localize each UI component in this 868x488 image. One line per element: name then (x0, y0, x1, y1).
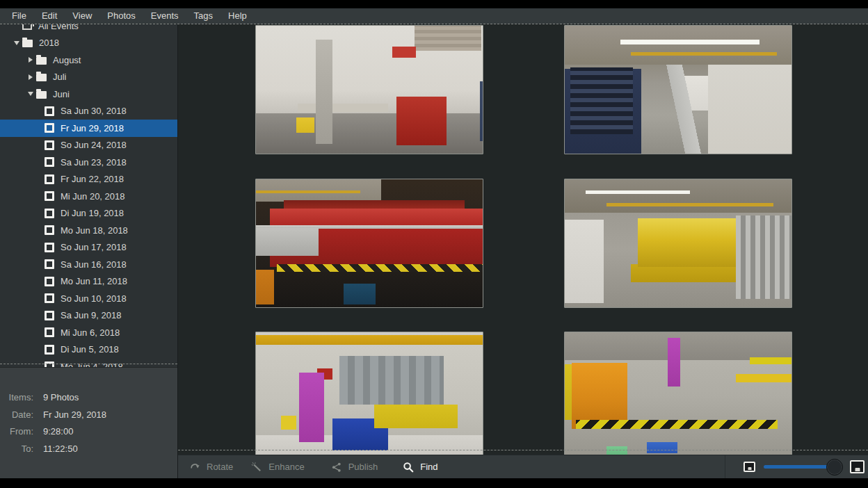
event-info-panel: Items: 9 Photos Date: Fr Jun 29, 2018 Fr… (0, 367, 177, 478)
event-icon (45, 327, 54, 337)
event-icon (45, 277, 54, 286)
enhance-button[interactable]: Enhance (251, 455, 304, 478)
sidebar-item-date[interactable]: Di Jun 19, 2018 (0, 205, 177, 222)
sidebar-item-date[interactable]: So Jun 17, 2018 (0, 239, 177, 257)
all-events-icon (22, 24, 32, 30)
scroll-indicator-bottom (0, 364, 177, 364)
event-icon (45, 174, 54, 184)
items-count: 9 Photos (43, 389, 79, 407)
zoom-slider-handle[interactable] (826, 459, 843, 475)
rotate-button[interactable]: Rotate (189, 455, 233, 478)
sidebar-item-date[interactable]: Sa Jun 16, 2018 (0, 256, 177, 273)
photo-thumbnail-5[interactable] (255, 332, 483, 461)
folder-icon (36, 57, 47, 65)
info-row-from: From: 9:28:00 (0, 423, 177, 441)
sidebar-item-date[interactable]: Mo Jun 18, 2018 (0, 222, 177, 239)
scroll-indicator-bottom (178, 450, 868, 450)
event-icon (45, 123, 54, 133)
event-icon (45, 361, 54, 367)
menu-view[interactable]: View (65, 8, 99, 24)
sidebar-item-all-events[interactable]: All Events (0, 24, 177, 35)
time-from: 9:28:00 (43, 423, 73, 441)
event-tree: All Events 2018 August (0, 24, 177, 367)
event-icon (45, 293, 54, 303)
enhance-wand-icon (251, 462, 262, 473)
menu-file[interactable]: File (4, 8, 34, 24)
event-icon (45, 225, 54, 235)
search-icon (403, 462, 414, 473)
time-to: 11:22:50 (43, 441, 78, 458)
sidebar-item-date[interactable]: Mo Jun 11, 2018 (0, 273, 177, 291)
sidebar-item-juni[interactable]: Juni (0, 86, 177, 103)
info-row-date: Date: Fr Jun 29, 2018 (0, 407, 177, 424)
expander-open-icon[interactable] (11, 38, 22, 49)
sidebar-item-august[interactable]: August (0, 51, 177, 69)
event-icon (45, 311, 54, 320)
event-icon (45, 106, 54, 116)
rotate-icon (189, 462, 200, 473)
event-icon (45, 209, 54, 218)
menu-photos[interactable]: Photos (99, 8, 143, 24)
folder-icon (36, 91, 47, 99)
sidebar-item-date-selected[interactable]: Fr Jun 29, 2018 (0, 120, 177, 137)
expander-open-icon[interactable] (25, 88, 36, 99)
photo-grid: Rotate Enhance (178, 24, 868, 478)
sidebar-item-date[interactable]: Di Jun 5, 2018 (0, 341, 177, 359)
expander-spacer (11, 24, 22, 31)
photo-thumbnail-4[interactable] (564, 179, 792, 308)
menu-bar: File Edit View Photos Events Tags Help (0, 8, 868, 24)
sidebar-item-2018[interactable]: 2018 (0, 35, 177, 52)
event-icon (45, 345, 54, 355)
menu-edit[interactable]: Edit (34, 8, 65, 24)
folder-icon (22, 40, 33, 47)
event-date: Fr Jun 29, 2018 (43, 407, 106, 424)
thumbnail-zoom-controls (725, 455, 865, 478)
sidebar-item-date[interactable]: Sa Jun 9, 2018 (0, 307, 177, 325)
event-icon (45, 140, 54, 150)
scroll-indicator-top (0, 24, 868, 24)
sidebar-item-date[interactable]: So Jun 24, 2018 (0, 137, 177, 154)
photo-thumbnail-6[interactable] (564, 332, 792, 461)
zoom-out-small-photo-icon[interactable] (744, 462, 755, 472)
sidebar: All Events 2018 August (0, 24, 178, 478)
sidebar-item-date[interactable]: Sa Jun 23, 2018 (0, 154, 177, 171)
event-icon (45, 259, 54, 269)
photo-thumbnail-1[interactable] (255, 25, 483, 154)
sidebar-item-date[interactable]: Fr Jun 22, 2018 (0, 171, 177, 188)
expander-closed-icon[interactable] (25, 54, 36, 65)
sidebar-item-date[interactable]: Mi Jun 6, 2018 (0, 324, 177, 341)
menu-help[interactable]: Help (220, 8, 255, 24)
photo-manager-window: File Edit View Photos Events Tags Help A… (0, 8, 868, 478)
sidebar-item-date[interactable]: Sa Jun 30, 2018 (0, 103, 177, 120)
find-button[interactable]: Find (403, 455, 437, 478)
event-icon (45, 157, 54, 167)
menu-tags[interactable]: Tags (186, 8, 220, 24)
photo-thumbnail-3[interactable] (255, 179, 483, 308)
zoom-slider[interactable] (764, 465, 842, 469)
bottom-toolbar: Rotate Enhance (178, 455, 868, 478)
photo-thumbnail-2[interactable] (564, 25, 792, 154)
event-icon (45, 243, 54, 252)
event-icon (45, 191, 54, 201)
sidebar-item-date[interactable]: So Jun 10, 2018 (0, 290, 177, 307)
zoom-in-large-photo-icon[interactable] (850, 460, 865, 473)
menu-events[interactable]: Events (143, 8, 186, 24)
publish-share-icon (331, 462, 342, 473)
info-row-items: Items: 9 Photos (0, 389, 177, 407)
sidebar-item-date[interactable]: Mi Jun 20, 2018 (0, 188, 177, 205)
sidebar-item-date[interactable]: Mo Jun 4, 2018 (0, 358, 177, 367)
publish-button[interactable]: Publish (331, 455, 378, 478)
sidebar-item-juli[interactable]: Juli (0, 69, 177, 86)
expander-closed-icon[interactable] (25, 72, 36, 83)
info-row-to: To: 11:22:50 (0, 441, 177, 458)
folder-icon (36, 74, 47, 81)
